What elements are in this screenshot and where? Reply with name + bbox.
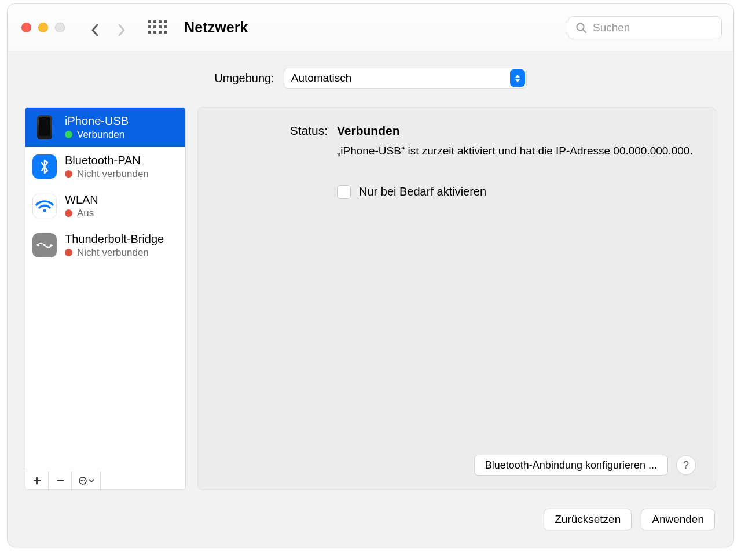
detail-panel: Status: Verbunden „iPhone-USB“ ist zurze…	[197, 107, 716, 490]
configure-bluetooth-button[interactable]: Bluetooth-Anbindung konfigurieren ...	[474, 455, 668, 476]
interface-item-iphone-usb[interactable]: iPhone-USB Verbunden	[25, 108, 185, 147]
show-all-prefs-button[interactable]	[148, 20, 163, 35]
interface-list: iPhone-USB Verbunden Bluetooth-PA	[25, 107, 186, 490]
minimize-window-button[interactable]	[38, 23, 48, 32]
nav-arrows	[90, 23, 126, 32]
select-stepper-icon	[510, 69, 525, 87]
status-dot-icon	[65, 209, 72, 217]
iphone-icon	[32, 115, 57, 139]
search-icon	[575, 22, 587, 34]
status-value: Verbunden	[337, 124, 696, 138]
interface-status: Verbunden	[77, 128, 124, 141]
on-demand-label: Nur bei Bedarf aktivieren	[359, 185, 486, 198]
revert-button[interactable]: Zurücksetzen	[544, 509, 632, 530]
forward-button[interactable]	[117, 23, 126, 32]
interface-list-tools	[25, 471, 185, 489]
interface-name: Bluetooth-PAN	[65, 153, 149, 168]
add-interface-button[interactable]	[25, 471, 49, 489]
search-field[interactable]	[568, 16, 722, 39]
svg-point-12	[83, 480, 85, 481]
status-dot-icon	[65, 249, 72, 256]
on-demand-checkbox[interactable]	[337, 185, 351, 199]
wifi-icon	[32, 194, 57, 218]
interface-name: iPhone-USB	[65, 114, 129, 128]
status-dot-icon	[65, 131, 72, 138]
interface-name: WLAN	[65, 193, 98, 207]
help-button[interactable]: ?	[676, 455, 696, 475]
body: Umgebung: Automatisch iPhone-USB	[8, 51, 733, 547]
preferences-window: Netzwerk Umgebung: Automatisch	[7, 3, 734, 547]
interface-item-thunderbolt-bridge[interactable]: Thunderbolt-Bridge Nicht verbunden	[25, 226, 185, 265]
interface-status: Aus	[77, 207, 94, 219]
zoom-window-button[interactable]	[55, 23, 65, 32]
chevron-down-icon	[89, 478, 94, 484]
bluetooth-icon	[32, 154, 57, 179]
location-row: Umgebung: Automatisch	[25, 68, 716, 89]
footer-buttons: Zurücksetzen Anwenden	[25, 498, 716, 530]
status-dot-icon	[65, 170, 72, 178]
main-split: iPhone-USB Verbunden Bluetooth-PA	[25, 107, 716, 490]
status-label: Status:	[218, 124, 328, 138]
thunderbolt-bridge-icon	[32, 233, 57, 257]
search-input[interactable]	[592, 21, 731, 35]
apply-button[interactable]: Anwenden	[641, 509, 715, 530]
interface-actions-menu[interactable]	[72, 471, 101, 489]
window-title: Netzwerk	[184, 19, 248, 36]
svg-point-11	[82, 480, 83, 481]
location-label: Umgebung:	[214, 72, 274, 85]
interface-item-bluetooth-pan[interactable]: Bluetooth-PAN Nicht verbunden	[25, 147, 185, 186]
remove-interface-button[interactable]	[49, 471, 72, 489]
status-description: „iPhone-USB“ ist zurzeit aktiviert und h…	[337, 143, 696, 159]
svg-line-1	[583, 30, 586, 32]
svg-point-2	[43, 209, 46, 212]
location-value: Automatisch	[291, 72, 352, 84]
interface-status: Nicht verbunden	[77, 168, 149, 180]
close-window-button[interactable]	[21, 23, 31, 32]
interface-status: Nicht verbunden	[77, 246, 149, 259]
interface-name: Thunderbolt-Bridge	[65, 232, 164, 246]
interface-item-wlan[interactable]: WLAN Aus	[25, 186, 185, 226]
svg-point-10	[80, 480, 82, 481]
toolbar: Netzwerk	[8, 4, 733, 51]
window-controls	[21, 23, 65, 32]
back-button[interactable]	[90, 23, 100, 32]
location-select[interactable]: Automatisch	[284, 68, 527, 89]
